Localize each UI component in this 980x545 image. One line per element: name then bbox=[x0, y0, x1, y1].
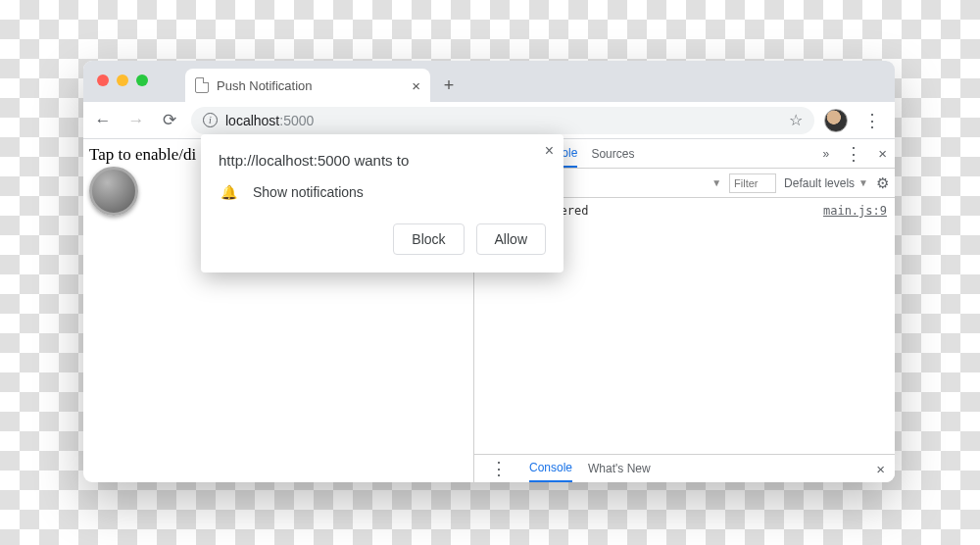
permission-close-icon[interactable]: × bbox=[545, 142, 554, 160]
page-content: Tap to enable/di × http://localhost:5000… bbox=[83, 139, 473, 482]
forward-button[interactable]: → bbox=[124, 109, 148, 132]
chevron-down-icon: ▼ bbox=[858, 177, 868, 188]
tab-title: Push Notification bbox=[217, 78, 313, 93]
address-bar[interactable]: i localhost:5000 ☆ bbox=[191, 107, 814, 134]
url-port: :5000 bbox=[279, 113, 314, 128]
browser-tab[interactable]: Push Notification × bbox=[185, 69, 430, 102]
devtools-menu-button[interactable]: ⋮ bbox=[839, 143, 868, 165]
close-window-button[interactable] bbox=[97, 74, 109, 86]
bell-icon: 🔔 bbox=[220, 184, 237, 200]
permission-popup: × http://localhost:5000 wants to 🔔 Show … bbox=[201, 134, 564, 272]
browser-window: Push Notification × + ← → ⟳ i localhost:… bbox=[83, 61, 895, 482]
content-area: Tap to enable/di × http://localhost:5000… bbox=[83, 139, 895, 482]
block-button[interactable]: Block bbox=[393, 223, 464, 255]
permission-origin-text: http://localhost:5000 wants to bbox=[219, 152, 546, 169]
allow-button[interactable]: Allow bbox=[476, 223, 546, 255]
minimize-window-button[interactable] bbox=[117, 74, 128, 86]
console-settings-icon[interactable]: ⚙ bbox=[876, 174, 889, 192]
close-tab-icon[interactable]: × bbox=[412, 77, 420, 94]
more-tabs-icon[interactable]: » bbox=[823, 147, 830, 161]
drawer-tab-whatsnew[interactable]: What's New bbox=[588, 455, 651, 482]
url-host: localhost bbox=[225, 113, 279, 128]
context-dropdown-icon[interactable]: ▼ bbox=[711, 177, 721, 188]
bookmark-star-icon[interactable]: ☆ bbox=[789, 111, 803, 129]
permission-actions: Block Allow bbox=[219, 223, 546, 255]
browser-menu-button[interactable]: ⋮ bbox=[858, 110, 887, 131]
devtools-drawer: ⋮ Console What's New × bbox=[474, 454, 895, 482]
drawer-close-icon[interactable]: × bbox=[876, 461, 885, 477]
new-tab-button[interactable]: + bbox=[434, 71, 464, 100]
maximize-window-button[interactable] bbox=[136, 74, 148, 86]
title-bar: Push Notification × + bbox=[83, 61, 895, 102]
devtools-close-icon[interactable]: × bbox=[878, 145, 887, 162]
console-filter-input[interactable] bbox=[729, 173, 776, 193]
reload-button[interactable]: ⟳ bbox=[158, 109, 181, 132]
profile-avatar[interactable] bbox=[824, 109, 848, 132]
console-log-source-link[interactable]: main.js:9 bbox=[823, 204, 887, 218]
back-button[interactable]: ← bbox=[91, 109, 115, 132]
tab-sources[interactable]: Sources bbox=[591, 139, 634, 168]
log-levels-dropdown[interactable]: Default levels ▼ bbox=[784, 176, 868, 190]
site-info-icon[interactable]: i bbox=[203, 113, 218, 127]
drawer-tab-console[interactable]: Console bbox=[529, 455, 572, 482]
document-icon bbox=[195, 77, 209, 93]
traffic-lights bbox=[97, 74, 148, 86]
push-toggle-button[interactable] bbox=[89, 167, 138, 216]
permission-capability-text: Show notifications bbox=[253, 184, 364, 200]
drawer-menu-button[interactable]: ⋮ bbox=[484, 458, 514, 479]
permission-capability-row: 🔔 Show notifications bbox=[219, 184, 546, 200]
log-levels-label: Default levels bbox=[784, 176, 855, 190]
